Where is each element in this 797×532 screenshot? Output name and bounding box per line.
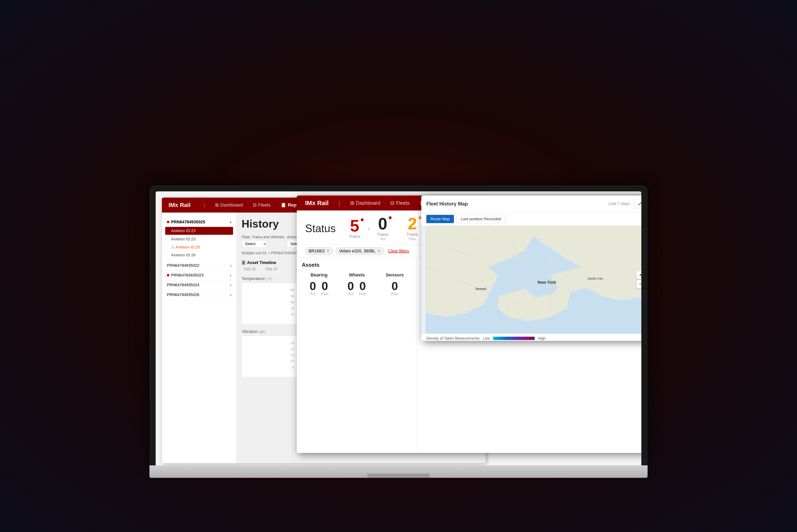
bearing-values: 0 Act 0 Plan [302, 280, 336, 296]
density-label: Density of Taken Measurements [426, 336, 480, 341]
laptop-bezel: IMx Rail | ⊞ Dashboard ⊟ Fleets 📋 Repo [149, 185, 648, 466]
assets-title: Assets [302, 262, 412, 268]
nav-fleets[interactable]: ⊟ Fleets [390, 200, 410, 206]
stat-plan-label: Plan [409, 237, 416, 241]
warning-icon: ⚠ [171, 245, 175, 249]
stat-trains-label-3: Trains [406, 232, 418, 237]
filter-tag-br168[interactable]: BR168/2 ✕ [305, 247, 333, 255]
grid-icon: ⊞ [215, 202, 219, 208]
history-brand: IMx Rail [169, 202, 191, 208]
sensors-values: 0 Plan [378, 280, 412, 296]
svg-text:20: 20 [291, 313, 294, 316]
status-title: Status [305, 222, 336, 234]
wheels-act: 0 Act [347, 280, 354, 296]
stat-block-0act: 0 Trains Act [372, 215, 393, 241]
stat-2: 2 [407, 215, 417, 232]
sidebar-item-prn6[interactable]: PRN64784935026 › [165, 290, 233, 300]
density-high: High [538, 336, 546, 341]
history-nav-divider: | [204, 202, 205, 208]
assets-panel: Assets Bearing 0 Act [297, 258, 417, 453]
laptop-base [149, 466, 648, 478]
chevron-right-icon: › [230, 263, 231, 268]
expand-btn[interactable]: ⤢ [635, 199, 641, 209]
map-svg: New York Newark Garden City [421, 226, 641, 334]
scene: IMx Rail | ⊞ Dashboard ⊟ Fleets 📋 Repo [67, 38, 730, 494]
svg-text:1.5: 1.5 [290, 347, 294, 350]
asset-sensors: Sensors 0 Plan [378, 272, 412, 296]
filter-fleet: Fleet, Trains and Vehicles Select [242, 235, 284, 248]
fleet-history-map: Fleet History Map Last 7 days ⤢ Route Ma… [421, 195, 641, 341]
arrow-separator: › [365, 223, 372, 234]
stat-trains-label-1: Trains [349, 234, 360, 239]
last-position-btn[interactable]: Last position Recorded [456, 215, 506, 223]
fullscreen-icon[interactable]: ⤢ [635, 199, 641, 209]
sidebar-item-axlebox23b[interactable]: Axlebox ID:23 [165, 235, 233, 243]
chevron-right-icon4: › [230, 292, 231, 297]
stat-act-label: Act [380, 237, 385, 241]
clear-filters-btn[interactable]: Clear filters [388, 249, 409, 253]
map-content: New York Newark Garden City + − [421, 226, 641, 334]
svg-text:2.0: 2.0 [290, 341, 294, 344]
svg-text:New York: New York [537, 280, 556, 285]
sidebar-item-prn3[interactable]: PRN64784935023 › [165, 270, 233, 280]
stat-block-5: 5 Trains [344, 217, 365, 239]
red-dot [167, 274, 169, 277]
nav-dashboard[interactable]: ⊞ Dashboard [350, 200, 380, 206]
svg-text:Newark: Newark [475, 287, 487, 290]
bearing-act: 0 Act [310, 280, 316, 296]
filter-tag-velaro[interactable]: Velaro e320, 380BL ✕ [336, 247, 384, 255]
sidebar-group-1: PRN64784935025 › Axlebox ID:23 Axlebox I… [165, 217, 233, 259]
dashboard-grid-icon: ⊞ [350, 200, 354, 206]
svg-text:1.0: 1.0 [290, 354, 294, 357]
status-brand: IMx Rail [305, 200, 328, 207]
density-low: Low [483, 336, 490, 341]
stat-dot-red [361, 218, 364, 221]
history-nav-dashboard[interactable]: ⊞ Dashboard [215, 202, 243, 208]
sidebar-item-prn1[interactable]: PRN64784935025 › [165, 217, 233, 226]
svg-text:0.5: 0.5 [290, 360, 294, 363]
density-gradient [493, 337, 535, 340]
bearing-plan: 0 Plan [321, 280, 328, 296]
assets-grid: Bearing 0 Act 0 Plan [302, 272, 412, 296]
history-nav-fleets[interactable]: ⊟ Fleets [253, 202, 271, 208]
status-stats: 5 Trains › 0 Trains Act [344, 215, 423, 241]
sidebar-item-axlebox26[interactable]: Axlebox ID:26 [165, 251, 233, 259]
svg-text:80: 80 [291, 294, 294, 298]
laptop-screen: IMx Rail | ⊞ Dashboard ⊟ Fleets 📋 Repo [156, 191, 641, 466]
history-sidebar: PRN64784935025 › Axlebox ID:23 Axlebox I… [162, 212, 236, 463]
zoom-out-btn[interactable]: − [637, 280, 641, 288]
stat-dot-orange [418, 216, 421, 219]
sensors-plan: 0 Plan [391, 280, 398, 296]
svg-text:0: 0 [293, 366, 294, 369]
sidebar-item-prn2[interactable]: PRN64784935022 › [165, 261, 233, 270]
map-zoom-controls: + − [637, 271, 641, 288]
map-subtitle: Last 7 days [609, 201, 630, 206]
remove-filter-velaro[interactable]: ✕ [377, 249, 380, 253]
timeline-icon: ☰ [242, 260, 245, 265]
map-controls: Route Map Last position Recorded [421, 212, 641, 226]
stat-trains-label-2: Trains [377, 232, 388, 237]
reports-icon: 📋 [281, 202, 286, 208]
zoom-in-btn[interactable]: + [637, 271, 641, 279]
fleets-layers-icon: ⊟ [390, 200, 394, 206]
sidebar-item-axlebox25[interactable]: ⚠ Axlebox ID:25 [165, 243, 233, 251]
wheels-plan: 0 Plan [359, 280, 366, 296]
stat-5: 5 [350, 217, 359, 234]
stat-block-2plan: 2 Trains Plan [402, 215, 423, 241]
chevron-right-icon2: › [230, 273, 231, 278]
remove-filter-br168[interactable]: ✕ [326, 249, 329, 253]
svg-text:40: 40 [291, 307, 294, 310]
map-title: Fleet History Map [426, 201, 468, 207]
red-indicator [167, 221, 169, 223]
stat-dot-red2 [389, 216, 392, 219]
chevron-right-icon3: › [230, 283, 231, 287]
sidebar-item-axlebox23[interactable]: Axlebox ID:23 [165, 227, 233, 235]
chevron-icon: › [230, 220, 231, 224]
asset-wheels: Wheels 0 Act 0 Plan [340, 272, 374, 296]
route-map-btn[interactable]: Route Map [426, 215, 454, 223]
wheels-values: 0 Act 0 Plan [340, 280, 374, 296]
map-header: Fleet History Map Last 7 days ⤢ [421, 195, 641, 212]
sidebar-item-prn4[interactable]: PRN64784935024 › [165, 280, 233, 290]
fleet-select[interactable]: Select [242, 240, 266, 248]
svg-text:Garden City: Garden City [587, 277, 603, 280]
